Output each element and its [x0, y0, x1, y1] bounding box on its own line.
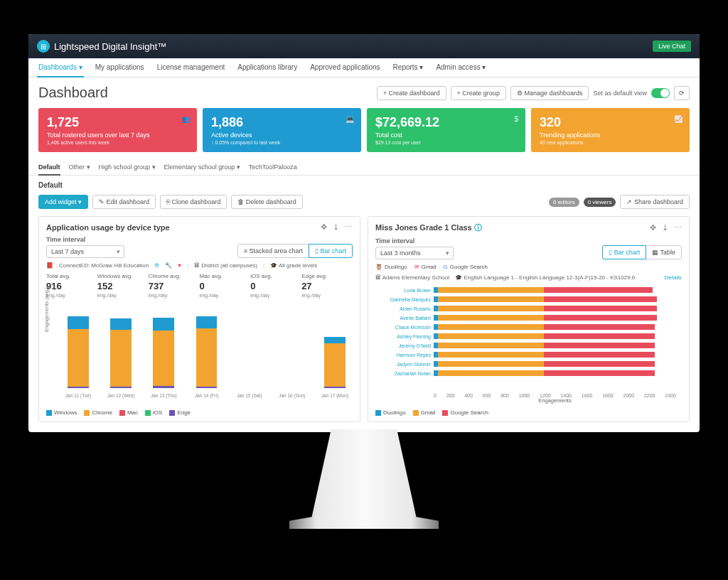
nav-reports[interactable]: Reports ▾ — [392, 58, 425, 77]
nav-dashboards[interactable]: Dashboards ▾ — [37, 58, 84, 77]
chart-legend: DuolingoGmailGoogle Search — [375, 409, 682, 416]
move-icon[interactable]: ✥ — [321, 222, 327, 232]
school-filter[interactable]: 🏛 Adams Elementary School — [375, 274, 449, 281]
kpi-devices[interactable]: 💻 1,886 Active devices ↑ 0.05% compared … — [203, 108, 361, 152]
download-icon[interactable]: ⤓ — [662, 223, 668, 232]
bar-column: Jan 15 (Sat) — [233, 305, 266, 388]
hbar-row: Jadynn Skinner — [434, 360, 676, 367]
live-chat-button[interactable]: Live Chat — [653, 41, 691, 52]
stat-item: Total avg.916eng./day — [46, 273, 97, 298]
header-actions: + Create dashboard + Create group ⚙ Mana… — [377, 86, 690, 100]
details-link[interactable]: Details — [665, 274, 682, 281]
legend-item[interactable]: Mac — [119, 409, 138, 416]
bar-column: Jan 12 (Wed) — [105, 305, 137, 388]
kpi-label: Total rostered users over last 7 days — [47, 131, 188, 139]
interval-select[interactable]: Last 3 months — [375, 247, 454, 259]
widget-app-usage: Application usage by device type ✥ ⤓ ⋯ T… — [38, 216, 360, 422]
create-group-button[interactable]: + Create group — [451, 86, 506, 100]
nav-my-applications[interactable]: My applications — [94, 58, 146, 77]
more-icon[interactable]: ⋯ — [674, 223, 682, 232]
table-button[interactable]: ▦ Table — [646, 245, 682, 259]
legend-item[interactable]: Duolingo — [375, 409, 406, 416]
more-icon[interactable]: ⋯ — [345, 222, 353, 232]
group-tabs: Default Other ▾ High school group ▾ Elem… — [28, 159, 700, 176]
delete-dashboard-button[interactable]: 🗑 Delete dashboard — [231, 195, 303, 209]
monitor-frame: ⊞ Lightspeed Digital Insight™ Live Chat … — [16, 21, 712, 542]
widget-meta: 🏛 Adams Elementary School 🎓 English Lang… — [375, 274, 682, 281]
hbar-row: Ashley Fleming — [434, 333, 676, 340]
interval-select[interactable]: Last 7 days — [46, 245, 124, 258]
legend-item[interactable]: iOS — [145, 409, 162, 416]
move-icon[interactable]: ✥ — [650, 223, 656, 232]
kpi-sub: 40 new applications — [540, 140, 681, 145]
kpi-cost[interactable]: $ $72,669.12 Total cost $29.13 cost per … — [367, 108, 525, 152]
hbar-row: Zachariah Nolan — [434, 370, 676, 377]
kpi-trending[interactable]: 📈 320 Trending applications 40 new appli… — [531, 108, 690, 152]
legend-item[interactable]: Google Search — [442, 409, 488, 416]
kpi-users[interactable]: 👥 1,725 Total rostered users over last 7… — [38, 108, 197, 152]
district-filter[interactable]: 🏛 District (all campuses) — [194, 262, 257, 269]
bar-column: Jan 13 (Thu) — [147, 305, 180, 388]
kpi-label: Trending applications — [540, 131, 681, 139]
x-axis-label: Engagements — [538, 397, 571, 404]
class-filter[interactable]: 🎓 English Language 1 - English Language … — [455, 274, 635, 281]
kpi-row: 👥 1,725 Total rostered users over last 7… — [28, 108, 700, 159]
clone-dashboard-button[interactable]: ⎘ Clone dashboard — [160, 195, 227, 209]
tab-techtoolpalooza[interactable]: TechToolPalooza — [249, 159, 297, 175]
tab-other[interactable]: Other ▾ — [69, 159, 90, 175]
bar-column: Jan 17 (Mon) — [318, 305, 351, 388]
app-duolingo[interactable]: 🦉Duolingo — [375, 264, 407, 270]
share-dashboard-button[interactable]: ↗ Share dashboard — [620, 195, 690, 209]
legend-item[interactable]: Gmail — [413, 409, 436, 416]
refresh-button[interactable]: ⟳ — [674, 86, 690, 100]
viewers-pill: 0 viewers — [584, 198, 616, 207]
dashboard-toolbar: Add widget ▾ ✎ Edit dashboard ⎘ Clone da… — [28, 192, 700, 216]
grade-filter[interactable]: 🎓 All grade levels — [270, 262, 317, 269]
app-gmail[interactable]: ✉Gmail — [414, 264, 437, 270]
brand: ⊞ Lightspeed Digital Insight™ — [37, 40, 166, 53]
bar-chart-button[interactable]: ▯ Bar chart — [309, 244, 353, 258]
widget-meta: 📕 ConnectED: McGraw Hill Education ⚙🔧♥ |… — [46, 262, 353, 269]
section-title: Default — [28, 176, 700, 192]
bar-column: Jan 11 (Tue) — [62, 305, 95, 388]
screen: ⊞ Lightspeed Digital Insight™ Live Chat … — [28, 34, 700, 432]
legend-item[interactable]: Edge — [169, 409, 191, 416]
stat-item: iOS avg.0eng./day — [250, 273, 301, 298]
topbar: ⊞ Lightspeed Digital Insight™ Live Chat — [28, 34, 700, 58]
default-view-toggle[interactable] — [651, 88, 670, 98]
tab-default[interactable]: Default — [38, 159, 60, 176]
kpi-label: Active devices — [211, 131, 353, 139]
manage-dashboards-button[interactable]: ⚙ Manage dashboards — [510, 86, 589, 100]
app-google-search[interactable]: GGoogle Search — [443, 264, 488, 270]
dollar-icon: $ — [514, 115, 518, 123]
kpi-value: 320 — [540, 115, 681, 130]
nav-applications-library[interactable]: Applications library — [236, 58, 299, 77]
interval-label: Time interval — [46, 236, 124, 243]
nav-license-management[interactable]: License management — [156, 58, 227, 77]
stacked-area-button[interactable]: ≡ Stacked area chart — [237, 244, 309, 258]
download-icon[interactable]: ⤓ — [333, 222, 339, 232]
monitor-stand — [289, 429, 439, 529]
tab-high-school[interactable]: High school group ▾ — [99, 159, 156, 175]
default-view-label: Set as default view — [593, 90, 647, 97]
widget-title: Miss Jones Grade 1 Class ⓘ — [375, 222, 482, 233]
editors-pill: 0 editors — [549, 198, 579, 207]
nav-admin-access[interactable]: Admin access ▾ — [434, 58, 487, 77]
info-icon[interactable]: ⓘ — [474, 223, 482, 232]
bar-column: Jan 16 (Sun) — [276, 305, 309, 388]
stat-item: Windows avg.152eng./day — [97, 273, 149, 298]
nav-approved-applications[interactable]: Approved applications — [309, 58, 381, 77]
create-dashboard-button[interactable]: + Create dashboard — [377, 86, 446, 100]
widget-title: Application usage by device type — [46, 223, 170, 232]
stat-item: Chrome avg.737eng./day — [149, 273, 200, 298]
stat-item: Mac avg.0eng./day — [199, 273, 250, 298]
bar-chart-button[interactable]: ▯ Bar chart — [602, 245, 646, 259]
tab-elementary[interactable]: Elementary school group ▾ — [164, 159, 240, 175]
stats-row: Total avg.916eng./dayWindows avg.152eng.… — [46, 273, 353, 298]
edit-dashboard-button[interactable]: ✎ Edit dashboard — [92, 195, 156, 209]
legend-item[interactable]: Windows — [46, 409, 77, 416]
add-widget-button[interactable]: Add widget ▾ — [38, 195, 88, 209]
widgets-row: Application usage by device type ✥ ⤓ ⋯ T… — [28, 216, 700, 432]
hbar-row: Gabriella Marquez — [434, 296, 676, 303]
legend-item[interactable]: Chrome — [84, 409, 112, 416]
